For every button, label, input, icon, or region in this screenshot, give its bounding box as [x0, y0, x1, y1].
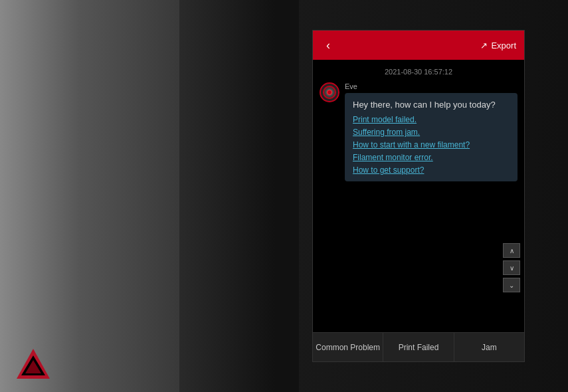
tab-print-failed[interactable]: Print Failed [383, 333, 454, 361]
export-icon: ↗ [480, 41, 488, 50]
scroll-buttons: ∧ ∨ ⌄ [503, 243, 520, 292]
greeting-text: Hey there, how can I help you today? [353, 100, 510, 110]
back-button[interactable]: ‹ [321, 36, 335, 55]
scroll-down-button[interactable]: ∨ [503, 260, 520, 275]
tab-bar: Common Problem Print Failed Jam [313, 332, 524, 361]
option-link-3[interactable]: How to start with a new filament? [353, 140, 510, 149]
message-bubble: Hey there, how can I help you today? Pri… [345, 93, 518, 181]
chevron-up-icon: ∧ [510, 247, 514, 254]
header-bar: ‹ ↗ Export [313, 31, 524, 60]
sender-name: Eve [345, 82, 518, 90]
tab-common-problem[interactable]: Common Problem [313, 333, 383, 361]
export-button[interactable]: ↗ Export [480, 41, 516, 50]
left-panel-bg [0, 0, 199, 392]
option-link-4[interactable]: Filament monitor error. [353, 153, 510, 162]
chevron-double-down-icon: ⌄ [509, 282, 514, 289]
option-link-5[interactable]: How to get support? [353, 165, 510, 175]
brand-logo [13, 345, 53, 385]
tab-jam[interactable]: Jam [454, 333, 524, 361]
message-content: Eve Hey there, how can I help you today?… [345, 82, 518, 181]
chat-area: 2021-08-30 16:57:12 Eve Hey there, how c… [313, 60, 524, 332]
option-link-2[interactable]: Suffering from jam. [353, 128, 510, 137]
avatar-inner [323, 86, 336, 99]
bot-avatar [320, 82, 339, 102]
tablet-screen: ‹ ↗ Export 2021-08-30 16:57:12 Eve Hey t… [312, 30, 525, 362]
back-icon: ‹ [326, 39, 330, 52]
chat-timestamp: 2021-08-30 16:57:12 [313, 60, 524, 82]
chevron-down-icon: ∨ [510, 264, 514, 272]
dark-strip-bg [179, 0, 299, 392]
option-link-1[interactable]: Print model failed. [353, 115, 510, 124]
avatar-eye [327, 90, 332, 95]
scroll-up-button[interactable]: ∧ [503, 243, 520, 258]
export-label: Export [491, 41, 516, 50]
chat-messages: Eve Hey there, how can I help you today?… [313, 82, 524, 332]
message-row: Eve Hey there, how can I help you today?… [320, 82, 518, 181]
scroll-bottom-button[interactable]: ⌄ [503, 278, 520, 292]
